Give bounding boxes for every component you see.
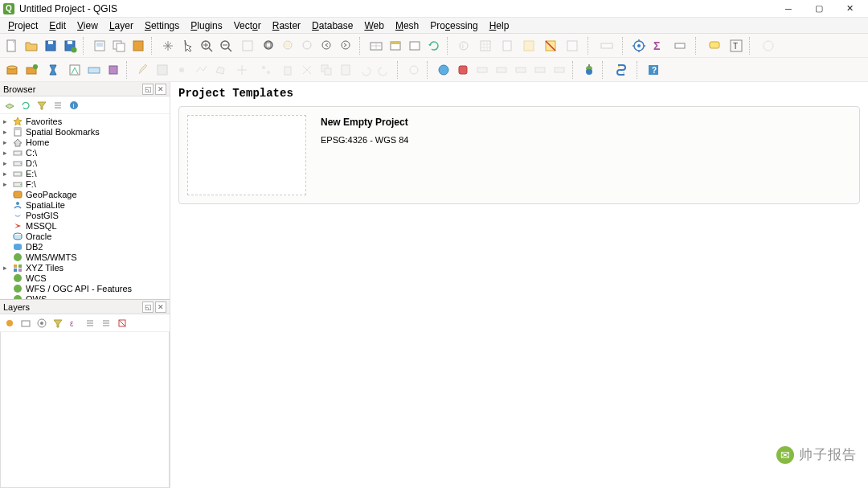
new-shapefile-button[interactable] [42, 61, 64, 79]
menu-mesh[interactable]: Mesh [391, 18, 424, 33]
add-line-button[interactable] [192, 61, 210, 79]
measure-button[interactable] [596, 37, 618, 55]
browser-item-db2[interactable]: DB2 [0, 241, 170, 252]
metadata-new-button[interactable] [454, 61, 472, 79]
new-virtual-layer-button[interactable] [85, 61, 103, 79]
toolbox-icon[interactable] [630, 37, 648, 55]
browser-item-oracle[interactable]: Oracle [0, 231, 170, 241]
browser-item-f-[interactable]: ▸F:\ [0, 178, 170, 189]
browser-item-spatialite[interactable]: SpatiaLite [0, 199, 170, 210]
browser-tree[interactable]: ▸Favorites▸Spatial Bookmarks▸Home▸C:\▸D:… [0, 114, 170, 299]
label-toolbar2[interactable] [493, 61, 510, 79]
pan-selection-button[interactable] [178, 37, 196, 55]
browser-item-wfs-ogc-api-features[interactable]: WFS / OGC API - Features [0, 283, 170, 293]
browser-close-button[interactable]: ✕ [155, 84, 166, 95]
zoom-full-button[interactable] [260, 37, 278, 55]
manage-themes-icon[interactable] [35, 317, 48, 330]
save-edits-button[interactable] [154, 61, 171, 79]
layer-styling-icon[interactable] [3, 317, 16, 330]
new-project-button[interactable] [3, 37, 21, 55]
menu-view[interactable]: View [72, 18, 103, 33]
menu-project[interactable]: Project [3, 18, 43, 33]
pan-button[interactable] [159, 37, 177, 55]
deselect-button[interactable] [542, 37, 559, 55]
open-project-button[interactable] [23, 37, 40, 55]
new-geopackage-button[interactable] [23, 61, 40, 79]
field-calc-button[interactable] [498, 37, 516, 55]
identify-button[interactable]: i [455, 37, 473, 55]
new-spatialite-button[interactable] [66, 61, 84, 79]
annotation-button[interactable] [703, 37, 726, 55]
digitize-shape-button[interactable] [405, 61, 423, 79]
python-console-button[interactable] [610, 61, 633, 79]
cut-features-button[interactable] [298, 61, 316, 79]
new-bookmark-button[interactable] [387, 37, 404, 55]
zoom-selection-button[interactable] [280, 37, 297, 55]
copy-features-button[interactable] [317, 61, 335, 79]
menu-processing[interactable]: Processing [425, 18, 482, 33]
zoom-native-button[interactable] [236, 37, 259, 55]
zoom-layer-button[interactable] [299, 37, 317, 55]
save-project-button[interactable] [42, 37, 59, 55]
stats-summary-button[interactable]: Σ [649, 37, 667, 55]
remove-layer-icon[interactable] [116, 317, 129, 330]
menu-layer[interactable]: Layer [104, 18, 138, 33]
label-toolbar1[interactable] [473, 61, 491, 79]
menu-edit[interactable]: Edit [44, 18, 71, 33]
browser-item-mssql[interactable]: MSSQL [0, 220, 170, 231]
select-button[interactable] [518, 37, 540, 55]
browser-item-d-[interactable]: ▸D:\ [0, 158, 170, 168]
paste-features-button[interactable] [337, 61, 354, 79]
zoom-next-button[interactable] [338, 37, 355, 55]
select-expr-button[interactable] [561, 37, 583, 55]
filter-expr-icon[interactable]: ε [68, 317, 80, 330]
close-button[interactable]: ✕ [834, 0, 865, 18]
browser-item-spatial-bookmarks[interactable]: ▸Spatial Bookmarks [0, 126, 170, 137]
browser-item-favorites[interactable]: ▸Favorites [0, 116, 170, 126]
menu-plugins[interactable]: Plugins [186, 18, 227, 33]
browser-item-postgis[interactable]: PostGIS [0, 210, 170, 220]
layers-close-button[interactable]: ✕ [155, 301, 166, 313]
redo-button[interactable] [375, 61, 393, 79]
filter-legend-icon[interactable] [51, 317, 64, 330]
layout-manager-button[interactable] [110, 37, 128, 55]
vertex-tool-button[interactable] [255, 61, 277, 79]
new-memory-layer-button[interactable] [104, 61, 122, 79]
browser-item-ows[interactable]: OWS [0, 293, 170, 299]
delete-selected-button[interactable] [279, 61, 297, 79]
toggle-editing-button[interactable] [134, 61, 152, 79]
add-point-button[interactable] [173, 61, 190, 79]
properties-widget-icon[interactable]: i [68, 99, 80, 112]
refresh-button[interactable] [425, 37, 443, 55]
menu-vector[interactable]: Vector [229, 18, 266, 33]
expand-all-icon[interactable] [84, 317, 96, 330]
save-as-button[interactable] [61, 37, 79, 55]
browser-item-wcs[interactable]: WCS [0, 273, 170, 283]
text-annotation-button[interactable]: T [727, 37, 745, 55]
template-new-empty[interactable]: New Empty Project EPSG:4326 - WGS 84 [178, 106, 860, 204]
metadata-online-button[interactable] [435, 61, 452, 79]
maximize-button[interactable]: ▢ [804, 0, 834, 18]
menu-help[interactable]: Help [485, 18, 514, 33]
layers-undock-button[interactable]: ◱ [142, 301, 154, 313]
menu-settings[interactable]: Settings [140, 18, 184, 33]
undo-button[interactable] [356, 61, 374, 79]
label-toolbar3[interactable] [512, 61, 530, 79]
add-polygon-button[interactable] [211, 61, 229, 79]
new-map-view-button[interactable] [367, 37, 385, 55]
browser-undock-button[interactable]: ◱ [142, 84, 154, 95]
collapse-all-layers-icon[interactable] [100, 317, 113, 330]
add-group-icon[interactable] [19, 317, 32, 330]
open-attr-table-button[interactable] [474, 37, 497, 55]
browser-item-geopackage[interactable]: GeoPackage [0, 189, 170, 199]
browser-item-wms-wmts[interactable]: WMS/WMTS [0, 252, 170, 262]
minimize-button[interactable]: ─ [773, 0, 804, 18]
layers-tree[interactable] [0, 332, 170, 488]
label-toolbar5[interactable] [551, 61, 568, 79]
add-layer-icon[interactable] [3, 99, 16, 112]
move-feature-button[interactable] [231, 61, 253, 79]
menu-web[interactable]: Web [359, 18, 388, 33]
maptips-button[interactable] [669, 37, 691, 55]
print-layout-button[interactable] [91, 37, 108, 55]
menu-database[interactable]: Database [307, 18, 358, 33]
